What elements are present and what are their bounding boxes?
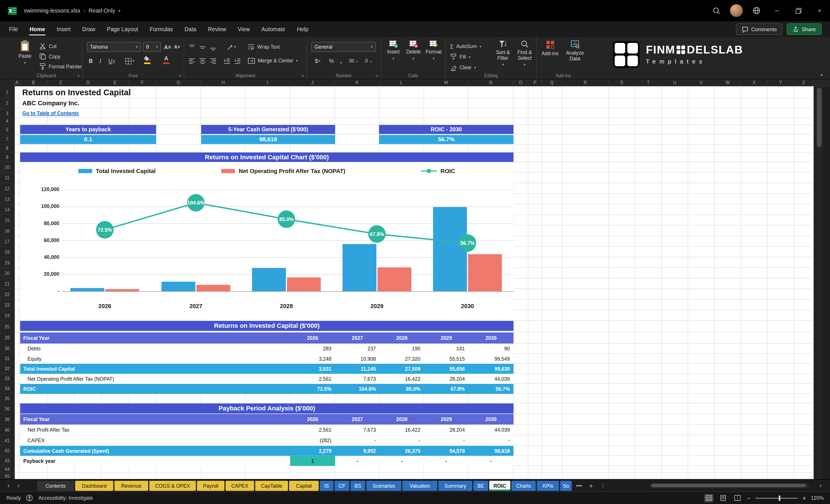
ribbon-tab-page-layout[interactable]: Page Layout [101, 21, 144, 37]
page-layout-view-button[interactable] [718, 494, 728, 502]
column-header-e[interactable]: E [101, 80, 129, 86]
roic-chart[interactable]: 120,000100,00080,00060,00040,00020,000-7… [20, 162, 513, 321]
cell-payback-year-2026[interactable]: 1 [290, 456, 335, 466]
sheet-nav-right-icon[interactable]: › [14, 482, 23, 489]
cell-roic-2026[interactable]: 72.5% [290, 384, 335, 394]
cell-net-profit-after-tax-2028[interactable]: 16,422 [380, 425, 424, 435]
zoom-in-button[interactable]: + [802, 494, 806, 502]
row-header-14[interactable]: 14 [0, 204, 14, 215]
row-header-35[interactable]: 35 [0, 394, 14, 403]
row-header-24[interactable]: 24 [0, 310, 14, 321]
accessibility-status[interactable]: Accessibility: Investigate [38, 495, 93, 501]
cell-debts-2026[interactable]: 283 [290, 344, 335, 353]
row-header-43[interactable]: 43 [0, 456, 14, 466]
cell-net-operating-profit-after-tax-nopat-2026[interactable]: 2,561 [290, 374, 335, 384]
font-name-select[interactable]: Tahoma ▾ [87, 42, 141, 52]
ribbon-tab-data[interactable]: Data [179, 21, 202, 37]
cell-equity-2026[interactable]: 3,248 [290, 353, 335, 364]
ribbon-tab-home[interactable]: Home [24, 21, 51, 37]
legend-total-invested-capital[interactable]: Total Invested Capital [78, 167, 156, 175]
cell-net-operating-profit-after-tax-nopat-2027[interactable]: 7,673 [335, 374, 380, 384]
user-avatar[interactable] [730, 4, 743, 17]
horizontal-scrollbar[interactable] [650, 483, 809, 488]
ribbon-tab-review[interactable]: Review [202, 21, 232, 37]
sheet-tab-captable[interactable]: CapTable [255, 480, 288, 491]
column-header-g[interactable]: G [156, 80, 201, 86]
table-of-contents-link[interactable]: Go to Table of Contents [22, 110, 79, 116]
sort-filter-button[interactable]: Sort & Filter ▾ [492, 40, 513, 67]
cut-button[interactable]: Cut [39, 41, 82, 51]
column-header-s[interactable]: S [609, 80, 636, 86]
cell-net-profit-after-tax-2030[interactable]: 44,039 [469, 425, 513, 435]
column-header-f[interactable]: F [129, 80, 156, 86]
page-break-view-button[interactable] [732, 494, 742, 502]
sheet-tab-valuation[interactable]: Valuation [403, 480, 437, 491]
cell-debts-2030[interactable]: 90 [469, 344, 513, 353]
row-header-7[interactable]: 7 [0, 134, 14, 145]
row-header-2[interactable]: 2 [0, 98, 14, 108]
column-header-d[interactable]: D [75, 80, 101, 86]
payback-table-fiscal-year-label[interactable]: Fiscal Year [20, 414, 290, 424]
cell-capex-2028[interactable]: - [380, 435, 424, 446]
column-header-m[interactable]: M [424, 80, 469, 86]
row-header-38[interactable]: 38 [0, 414, 14, 424]
roic-table-year-2028[interactable]: 2028 [380, 333, 424, 344]
row-label-net-operating-profit-after-tax-nopat[interactable]: Net Operating Profit After Tax (NOPAT) [20, 374, 290, 384]
cell-payback-year-2029[interactable]: - [424, 456, 469, 466]
analyze-data-button[interactable]: Analyze Data [563, 40, 586, 62]
roic-table-year-2030[interactable]: 2030 [469, 333, 513, 344]
payback-table-year-2026[interactable]: 2026 [290, 414, 335, 424]
zoom-out-button[interactable]: − [747, 494, 751, 502]
increase-indent-button[interactable] [234, 56, 241, 66]
sheet-grid[interactable]: Returns on Invested Capital ABC Company … [15, 86, 814, 479]
ribbon-tab-automate[interactable]: Automate [256, 21, 291, 37]
cell-cumulative-cash-generated-spent-2028[interactable]: 26,375 [380, 446, 424, 456]
row-label-net-profit-after-tax[interactable]: Net Profit After Tax [20, 425, 290, 435]
cell-debts-2029[interactable]: 141 [424, 344, 469, 353]
cell-debts-2028[interactable]: 190 [380, 344, 424, 353]
sheet-tab-contents[interactable]: Contents [37, 480, 74, 491]
sheet-tab-payroll[interactable]: Payroll [197, 480, 225, 491]
document-title[interactable]: swimming-lessons.xlsx - Read-Only ▾ [24, 7, 120, 14]
format-cells-button[interactable]: Format ▾ [425, 40, 443, 62]
sheet-tabs-overflow-button[interactable]: ••• [573, 482, 585, 489]
legend-roic[interactable]: ROIC [421, 167, 455, 175]
cell-payback-year-2030[interactable]: - [469, 456, 513, 466]
payback-table-year-2028[interactable]: 2028 [380, 414, 424, 424]
zoom-slider-handle[interactable] [778, 496, 780, 501]
sheet-tab-cf[interactable]: CF [334, 480, 350, 491]
row-header-8[interactable]: 8 [0, 145, 14, 153]
cell-net-operating-profit-after-tax-nopat-2029[interactable]: 28,204 [424, 374, 469, 384]
alignment-dialog-launcher[interactable]: ↘ [301, 73, 304, 78]
column-header-i[interactable]: I [246, 80, 290, 86]
row-label-equity[interactable]: Equity [20, 353, 290, 364]
row-header-10[interactable]: 10 [0, 162, 14, 172]
comma-style-button[interactable]: , [338, 56, 344, 66]
orientation-button[interactable]: ▾ [225, 42, 238, 52]
column-header-j[interactable]: J [290, 80, 335, 86]
align-center-button[interactable] [199, 56, 206, 66]
cell-roic-2030[interactable]: 56.7% [469, 384, 513, 394]
sheet-tab-dashboard[interactable]: Dashboard [75, 480, 113, 491]
vertical-scrollbar[interactable] [816, 86, 823, 479]
minimize-button[interactable]: ─ [767, 0, 788, 21]
row-header-3[interactable]: 3 [0, 108, 14, 118]
sheet-tab-summary[interactable]: Summary [439, 480, 472, 491]
row-header-20[interactable]: 20 [0, 268, 14, 279]
sheet-nav-left-icon[interactable]: ‹ [4, 482, 13, 489]
row-label-cumulative-cash-generated-spent[interactable]: Cumulative Cash Generated (Spent) [20, 446, 290, 456]
cell-total-invested-capital-2028[interactable]: 27,509 [380, 364, 424, 374]
row-header-17[interactable]: 17 [0, 236, 14, 247]
roic-table-year-2029[interactable]: 2029 [424, 333, 469, 344]
row-header-36[interactable]: 36 [0, 403, 14, 414]
insert-cells-button[interactable]: Insert ▾ [384, 40, 403, 62]
row-header-25[interactable]: 25 [0, 321, 14, 333]
kpi-value-5-year-cash-generated-000[interactable]: 98,618 [201, 135, 335, 144]
percent-style-button[interactable]: % [327, 56, 336, 66]
align-right-button[interactable] [210, 56, 217, 66]
sheet-tab-capex[interactable]: CAPEX [226, 480, 254, 491]
number-dialog-launcher[interactable]: ↘ [375, 73, 378, 78]
title-chevron-down-icon[interactable]: ▾ [119, 8, 120, 13]
column-header-x[interactable]: X [741, 80, 768, 86]
cell-total-invested-capital-2029[interactable]: 55,656 [424, 364, 469, 374]
